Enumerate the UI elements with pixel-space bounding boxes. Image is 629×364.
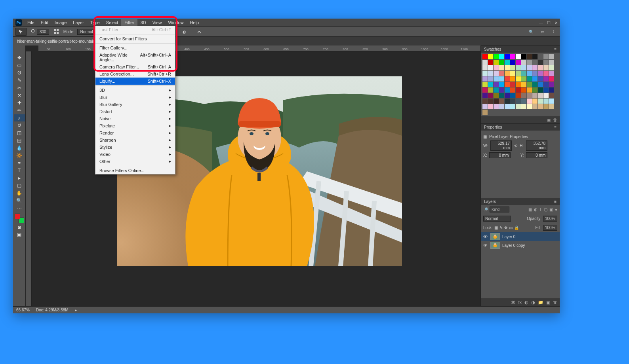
swatch[interactable]	[488, 99, 493, 104]
layer-row[interactable]: 👁 Layer 0	[481, 232, 560, 241]
kind-select[interactable]: Kind	[490, 207, 509, 212]
pen-tool[interactable]: ✒	[14, 159, 25, 167]
swatch[interactable]	[538, 76, 543, 82]
swatch[interactable]	[505, 99, 510, 104]
swatch[interactable]	[499, 99, 504, 104]
swatch[interactable]	[543, 93, 549, 98]
filter-smart-icon[interactable]: ▣	[549, 207, 553, 212]
swatch[interactable]	[482, 82, 488, 87]
swatch[interactable]	[549, 65, 554, 70]
swatch[interactable]	[482, 104, 488, 109]
lock-artboard-icon[interactable]: ▭	[509, 226, 513, 230]
swatch[interactable]	[482, 110, 488, 115]
swatch[interactable]	[505, 87, 510, 93]
menu-layer[interactable]: Layer	[70, 19, 87, 26]
swatch[interactable]	[494, 60, 499, 65]
filter-toggle[interactable]: ●	[555, 207, 557, 212]
panel-menu-icon[interactable]: ≡	[554, 47, 557, 51]
swatch[interactable]	[532, 60, 538, 65]
swatch[interactable]	[532, 104, 538, 109]
zoom-display[interactable]: 66.67%	[16, 308, 30, 312]
swatch[interactable]	[516, 60, 521, 65]
swatch[interactable]	[543, 82, 549, 87]
quick-mask[interactable]: ◙	[14, 224, 25, 231]
lock-paint-icon[interactable]: ✎	[499, 226, 503, 230]
swatch[interactable]	[510, 87, 515, 93]
properties-header[interactable]: Properties≡	[481, 124, 560, 131]
swatch[interactable]	[538, 99, 543, 104]
history-brush-tool[interactable]: ↺	[14, 122, 25, 129]
clone-stamp-tool[interactable]: ⎎	[14, 114, 25, 121]
filter-blur[interactable]: Blur	[95, 94, 175, 101]
swatch[interactable]	[521, 99, 526, 104]
filter-pixelate[interactable]: Pixelate	[95, 122, 175, 129]
canvas-area[interactable]: 5010015020025030035040045050055060065070…	[26, 46, 480, 306]
swatch[interactable]	[494, 87, 499, 93]
lasso-tool[interactable]: ʘ	[14, 69, 25, 76]
menu-select[interactable]: Select	[103, 19, 122, 26]
swatch[interactable]	[549, 54, 554, 59]
swatch[interactable]	[482, 54, 488, 59]
swatch[interactable]	[516, 82, 521, 87]
status-arrow-icon[interactable]: ▸	[75, 308, 77, 312]
swatch[interactable]	[543, 65, 549, 70]
swatches-grid[interactable]	[481, 53, 560, 116]
swatch[interactable]	[521, 93, 526, 98]
swatch[interactable]	[494, 99, 499, 104]
brush-panel-icon[interactable]	[52, 28, 60, 35]
swatch[interactable]	[527, 54, 532, 59]
filter-3d[interactable]: 3D	[95, 87, 175, 94]
swatch[interactable]	[499, 54, 504, 59]
swatch[interactable]	[521, 65, 526, 70]
layer-name[interactable]: Layer 0	[502, 235, 515, 239]
swatch[interactable]	[488, 82, 493, 87]
swatch[interactable]	[521, 87, 526, 93]
eyedropper-tool[interactable]: ⤧	[14, 92, 25, 99]
filter-video[interactable]: Video	[95, 151, 175, 158]
swatch[interactable]	[532, 99, 538, 104]
swatch[interactable]	[499, 71, 504, 76]
swatch[interactable]	[505, 93, 510, 98]
lock-all-icon[interactable]: 🔒	[514, 226, 519, 230]
menu-file[interactable]: File	[24, 19, 38, 26]
swatch[interactable]	[549, 99, 554, 104]
swatch[interactable]	[543, 60, 549, 65]
swatch[interactable]	[516, 99, 521, 104]
swatch[interactable]	[488, 104, 493, 109]
swatch[interactable]	[521, 54, 526, 59]
menu-window[interactable]: Window	[165, 19, 187, 26]
screen-mode[interactable]: ▣	[14, 231, 25, 238]
swatch[interactable]	[516, 93, 521, 98]
ignore-adj-icon[interactable]: ◐	[181, 28, 189, 35]
menu-image[interactable]: Image	[51, 19, 70, 26]
swatch[interactable]	[505, 71, 510, 76]
marquee-tool[interactable]: ▭	[14, 62, 25, 69]
swatch[interactable]	[538, 60, 543, 65]
swatch[interactable]	[532, 93, 538, 98]
swatch[interactable]	[543, 99, 549, 104]
share-icon[interactable]: ⇪	[549, 28, 557, 35]
swatch[interactable]	[543, 76, 549, 82]
menu-help[interactable]: Help	[187, 19, 202, 26]
filter-adaptive-wide-angle[interactable]: Adaptive Wide Angle...Alt+Shift+Ctrl+A	[95, 51, 175, 63]
swatch[interactable]	[482, 93, 488, 98]
swatch[interactable]	[510, 104, 515, 109]
delete-swatch-icon[interactable]: 🗑	[553, 118, 557, 122]
swatch[interactable]	[482, 71, 488, 76]
filter-stylize[interactable]: Stylize	[95, 144, 175, 151]
search-icon[interactable]: 🔍	[527, 28, 535, 35]
eraser-tool[interactable]: ◫	[14, 129, 25, 136]
filter-camera-raw[interactable]: Camera Raw Filter...Shift+Ctrl+A	[95, 63, 175, 70]
swatch[interactable]	[538, 87, 543, 93]
swatch[interactable]	[510, 54, 515, 59]
lock-trans-icon[interactable]: ▦	[494, 226, 498, 230]
swatch[interactable]	[482, 99, 488, 104]
filter-other[interactable]: Other	[95, 158, 175, 165]
quick-select-tool[interactable]: ✎	[14, 77, 25, 84]
swatch[interactable]	[494, 71, 499, 76]
swatch[interactable]	[527, 82, 532, 87]
swatch[interactable]	[499, 65, 504, 70]
filter-pixel-icon[interactable]: ▦	[528, 207, 532, 212]
swatch[interactable]	[538, 71, 543, 76]
menu-view[interactable]: View	[149, 19, 165, 26]
